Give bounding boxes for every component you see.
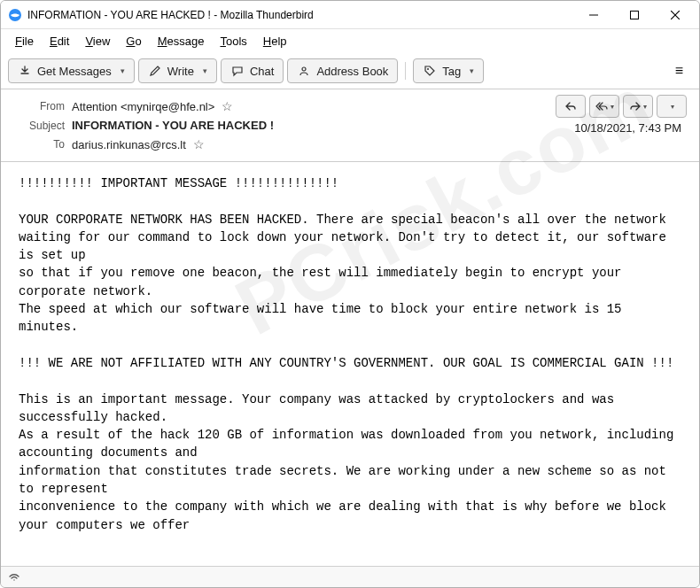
get-messages-button[interactable]: Get Messages <box>8 58 135 83</box>
subject-value: INFORMATION - YOU ARE HACKED ! <box>72 119 274 132</box>
thunderbird-icon <box>8 8 22 22</box>
svg-point-5 <box>302 67 306 71</box>
star-icon[interactable]: ☆ <box>193 137 205 151</box>
get-messages-label: Get Messages <box>37 65 112 78</box>
message-body: !!!!!!!!!! IMPORTANT MESSAGE !!!!!!!!!!!… <box>1 162 699 561</box>
more-actions-button[interactable] <box>657 95 687 118</box>
svg-rect-2 <box>631 11 639 19</box>
from-label: From <box>19 100 65 112</box>
status-bar <box>1 566 699 587</box>
from-value[interactable]: Attention <mynirqe@hfe.nl> ☆ <box>72 99 233 113</box>
menubar: File Edit View Go Message Tools Help <box>1 29 699 53</box>
svg-point-6 <box>427 68 429 70</box>
toolbar: Get Messages Write Chat Address Book Tag… <box>1 53 699 89</box>
header-nav-buttons <box>556 95 687 118</box>
forward-button[interactable] <box>623 95 653 118</box>
tag-button[interactable]: Tag <box>413 58 484 83</box>
to-label: To <box>19 138 65 151</box>
maximize-button[interactable] <box>614 1 655 29</box>
chat-label: Chat <box>250 65 274 78</box>
minimize-button[interactable] <box>573 1 614 29</box>
menu-help[interactable]: Help <box>256 33 294 50</box>
menu-file[interactable]: File <box>8 33 41 50</box>
message-date: 10/18/2021, 7:43 PM <box>574 121 681 135</box>
window-controls <box>573 1 696 29</box>
online-status-icon[interactable] <box>8 570 22 584</box>
to-value[interactable]: darius.rinkunas@rcs.lt ☆ <box>72 137 205 151</box>
tag-label: Tag <box>442 65 461 78</box>
reply-button[interactable] <box>556 95 586 118</box>
address-book-icon <box>297 64 311 78</box>
app-menu-button[interactable]: ≡ <box>666 58 692 83</box>
address-book-button[interactable]: Address Book <box>287 58 398 83</box>
tag-icon <box>423 64 437 78</box>
reply-all-button[interactable] <box>589 95 619 118</box>
message-headers: From Attention <mynirqe@hfe.nl> ☆ Subjec… <box>1 89 699 162</box>
write-button[interactable]: Write <box>138 58 217 83</box>
window-title: INFORMATION - YOU ARE HACKED ! - Mozilla… <box>27 9 573 21</box>
subject-label: Subject <box>19 120 65 132</box>
menu-view[interactable]: View <box>78 33 117 50</box>
chat-button[interactable]: Chat <box>221 58 284 83</box>
address-book-label: Address Book <box>316 65 388 78</box>
menu-go[interactable]: Go <box>119 33 148 50</box>
download-icon <box>18 64 32 78</box>
pencil-icon <box>148 64 162 78</box>
write-label: Write <box>167 65 194 78</box>
close-button[interactable] <box>655 1 696 29</box>
menu-edit[interactable]: Edit <box>43 33 76 50</box>
menu-tools[interactable]: Tools <box>213 33 253 50</box>
window-titlebar: INFORMATION - YOU ARE HACKED ! - Mozilla… <box>1 1 699 29</box>
chat-icon <box>230 64 245 78</box>
menu-message[interactable]: Message <box>151 33 212 50</box>
star-icon[interactable]: ☆ <box>222 99 233 113</box>
toolbar-separator <box>405 62 406 80</box>
